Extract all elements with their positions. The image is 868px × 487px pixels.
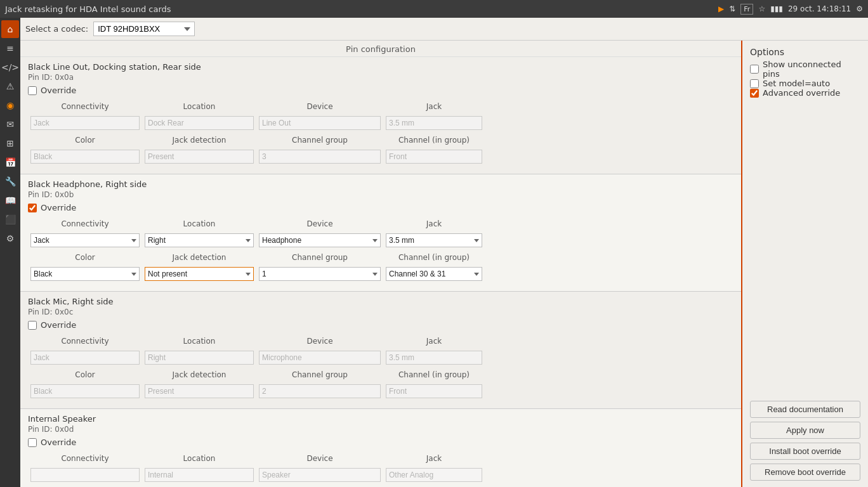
cg-select-1[interactable]: 123 [259,267,381,281]
override-row-3: Override [28,438,733,447]
location-header-1: Location [142,218,256,230]
color-select-2: Black [30,384,140,398]
sidebar-icon-code[interactable]: </> [1,58,19,76]
option-row-advanced-override: Advanced override [750,88,860,98]
connectivity-header-0: Connectivity [28,100,142,112]
section-header: Pin configuration [20,41,741,57]
location-select-2: Right [145,351,254,365]
sidebar: ⌂ ≡ </> ⚠ ◉ ✉ ⊞ 📅 🔧 📖 ⬛ ⚙ [0,18,20,487]
set-model-auto-check[interactable] [750,79,759,88]
fields-row2-3: Internal Speaker Other Analog [28,467,733,483]
cig-header-1: Channel (in group) [383,251,485,263]
cig-select-1[interactable]: Channel 30 & 31FrontRear [386,267,482,281]
device-select-1[interactable]: HeadphoneLine OutSpeakerMicrophone [259,233,381,247]
vlc-icon: ▶ [718,4,724,13]
override-row-1: Override [28,203,733,212]
sidebar-icon-tools[interactable]: 🔧 [1,172,19,190]
pin-title-0: Black Line Out, Docking station, Rear si… [28,62,733,72]
color-header-0: Color [28,134,142,146]
battery-icon: ▮▮▮ [770,4,783,13]
pin-section-3: Internal Speaker Pin ID: 0x0d Override C… [20,409,741,487]
jd-header-2: Jack detection [142,368,256,380]
fields-row4-0: Black Present 3 Front [28,148,733,165]
connectivity-header-1: Connectivity [28,218,142,230]
sidebar-icon-calendar[interactable]: 📅 [1,153,19,171]
sidebar-icon-text[interactable]: ≡ [1,39,19,57]
color-select-1[interactable]: BlackGreenUnknown [30,267,140,281]
color-select-0: Black [30,150,140,164]
override-label-1: Override [41,203,76,212]
override-check-1[interactable] [28,204,37,212]
cg-header-2: Channel group [256,368,383,380]
location-select-0: Dock Rear [145,116,254,130]
device-header-1: Device [256,218,383,230]
color-header-2: Color [28,368,142,380]
sidebar-icon-book[interactable]: 📖 [1,192,19,209]
location-select-1[interactable]: RightLeftFrontRear [145,233,254,247]
apply-now-button[interactable]: Apply now [750,422,860,439]
location-header-0: Location [142,100,256,112]
jd-select-0: Present [145,150,254,164]
device-header-2: Device [256,335,383,347]
show-unconnected-label: Show unconnected pins [763,60,860,79]
cg-select-0: 3 [259,150,381,164]
fields-row3-2: Color Jack detection Channel group Chann… [28,368,733,380]
read-documentation-button[interactable]: Read documentation [750,401,860,418]
device-select-3: Speaker [259,468,381,482]
jd-select-2: Present [145,384,254,398]
cg-header-0: Channel group [256,134,383,146]
remove-boot-override-button[interactable]: Remove boot override [750,464,860,481]
fields-row1-1: Connectivity Location Device Jack [28,218,733,230]
jack-header-2: Jack [383,335,485,347]
cig-select-2: Front [386,384,482,398]
show-unconnected-check[interactable] [750,65,759,74]
override-check-0[interactable] [28,86,37,95]
connectivity-select-2: Jack [30,351,140,365]
location-header-3: Location [142,452,256,464]
pin-config-area[interactable]: Pin configuration Black Line Out, Dockin… [20,41,741,487]
connectivity-select-0: Jack [30,116,140,130]
jd-select-1[interactable]: Not presentPresent [145,267,254,281]
fields-row4-2: Black Present 2 Front [28,383,733,399]
jack-header-1: Jack [383,218,485,230]
sidebar-icon-grid[interactable]: ⊞ [1,134,19,152]
content-area: Select a codec: IDT 92HD91BXX Pin config… [20,18,868,487]
install-boot-override-button[interactable]: Install boot override [750,443,860,460]
jack-select-1[interactable]: 3.5 mm1/4 inchOther Analog [386,233,482,247]
override-row-0: Override [28,86,733,95]
jd-header-0: Jack detection [142,134,256,146]
sidebar-icon-home[interactable]: ⌂ [1,20,19,38]
advanced-override-check[interactable] [750,89,759,98]
options-title: Options [750,47,860,57]
override-check-3[interactable] [28,438,37,447]
override-check-2[interactable] [28,321,37,330]
titlebar-right: ▶ ⇅ Fr ☆ ▮▮▮ 29 oct. 14:18:11 ⚙ [718,4,863,15]
sidebar-icon-mail[interactable]: ✉ [1,115,19,133]
cig-header-0: Channel (in group) [383,134,485,146]
sidebar-icon-terminal[interactable]: ⬛ [1,211,19,228]
override-label-3: Override [41,438,76,447]
sidebar-icon-firefox[interactable]: ◉ [1,96,19,114]
option-row-unconnected: Show unconnected pins [750,60,860,79]
sidebar-icon-gear[interactable]: ⚙ [1,230,19,247]
settings-icon[interactable]: ⚙ [856,4,863,13]
connectivity-select-1[interactable]: Jack [30,233,140,247]
pin-section-2: Black Mic, Right side Pin ID: 0x0c Overr… [20,292,741,409]
jack-select-3: Other Analog [386,468,482,482]
advanced-override-label: Advanced override [763,88,840,98]
right-panel: Options Show unconnected pins Set model=… [741,41,868,487]
fields-row4-1: BlackGreenUnknown Not presentPresent 123… [28,266,733,282]
cg-header-1: Channel group [256,251,383,263]
option-row-model-auto: Set model=auto [750,79,860,88]
jack-header-3: Jack [383,452,485,464]
pin-id-3: Pin ID: 0x0d [28,425,733,434]
pin-title-1: Black Headphone, Right side [28,179,733,189]
codec-select[interactable]: IDT 92HD91BXX [93,22,195,36]
override-row-2: Override [28,320,733,330]
fields-row3-0: Color Jack detection Channel group Chann… [28,134,733,146]
jd-header-1: Jack detection [142,251,256,263]
right-buttons: Read documentation Apply now Install boo… [750,401,860,481]
sidebar-icon-warning[interactable]: ⚠ [1,77,19,95]
location-select-3: Internal [145,468,254,482]
color-header-1: Color [28,251,142,263]
